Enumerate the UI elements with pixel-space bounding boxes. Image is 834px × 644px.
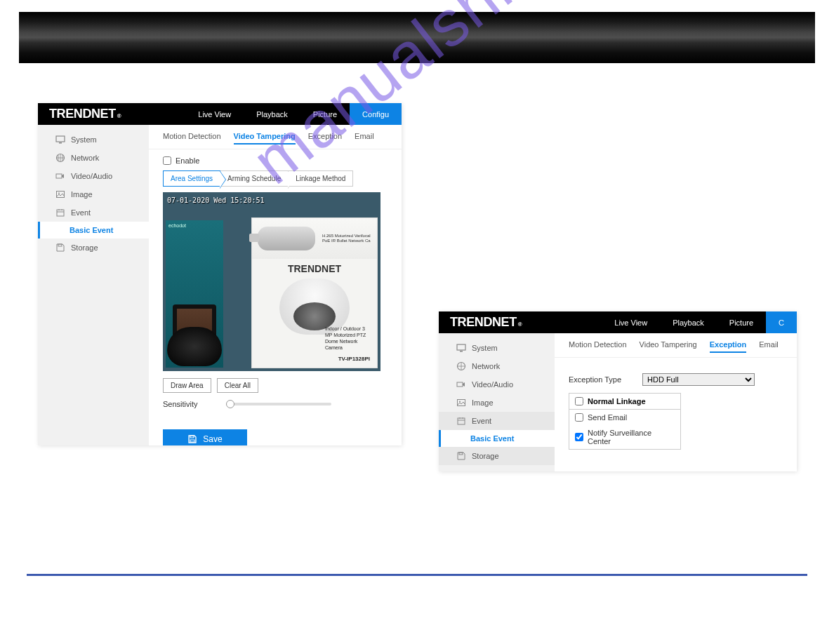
brand-regmark: ® <box>518 321 522 328</box>
sidebar-item-system[interactable]: System <box>439 339 555 357</box>
svg-rect-17 <box>459 452 463 455</box>
prop-teal-box: echodot <box>166 220 223 368</box>
sidebar-item-video-audio[interactable]: Video/Audio <box>439 375 555 394</box>
prop-box-brand: TRENDNET <box>252 259 377 276</box>
segment-tabs: Area Settings Arming Schedule Linkage Me… <box>163 170 388 187</box>
sidebar-item-system[interactable]: System <box>38 130 149 149</box>
linkage-row-send-email[interactable]: Send Email <box>569 410 680 425</box>
tab-motion-detection[interactable]: Motion Detection <box>569 340 627 353</box>
sidebar-label: Image <box>71 190 93 199</box>
sidebar-label: Storage <box>472 452 499 460</box>
tab-exception[interactable]: Exception <box>710 340 747 353</box>
screenshot-exception: TRENDNET ® Live View Playback Picture C … <box>439 311 797 471</box>
nav-live-view[interactable]: Live View <box>602 311 660 333</box>
tab-email[interactable]: Email <box>759 340 779 353</box>
prop-product-box: H.265 Motorized Varifocal PoE IR Bullet … <box>251 217 378 368</box>
top-nav: Live View Playback Picture C <box>602 311 797 333</box>
sub-tab-bar: Motion Detection Video Tampering Excepti… <box>149 125 402 149</box>
sidebar-item-image[interactable]: Image <box>38 185 149 203</box>
screenshot-video-tampering: TRENDNET ® Live View Playback Picture Co… <box>38 103 402 445</box>
draw-area-button[interactable]: Draw Area <box>163 378 211 393</box>
tab-video-tampering[interactable]: Video Tampering <box>234 132 296 145</box>
image-icon <box>55 189 65 199</box>
save-button[interactable]: Save <box>163 429 247 445</box>
send-email-checkbox[interactable] <box>575 413 583 422</box>
nav-configuration[interactable]: C <box>766 311 797 333</box>
brand-text: TRENDNET <box>49 107 116 121</box>
svg-rect-0 <box>56 136 65 142</box>
sidebar-item-storage[interactable]: Storage <box>38 239 149 257</box>
sidebar-item-network[interactable]: Network <box>38 149 149 167</box>
save-label: Save <box>203 434 222 444</box>
monitor-icon <box>55 135 65 145</box>
globe-icon <box>55 153 65 163</box>
prop-box-top-text: H.265 Motorized Varifocal PoE IR Bullet … <box>322 234 371 243</box>
nav-live-view[interactable]: Live View <box>185 103 244 125</box>
sidebar-label: Event <box>71 208 91 217</box>
sidebar-item-storage[interactable]: Storage <box>439 447 555 465</box>
sidebar-item-event[interactable]: Event <box>38 203 149 222</box>
brand-logo: TRENDNET ® <box>439 315 533 330</box>
svg-rect-10 <box>457 344 465 350</box>
sensitivity-slider-thumb[interactable] <box>226 400 234 408</box>
svg-rect-16 <box>458 418 465 424</box>
footer-divider <box>27 574 807 576</box>
clear-all-button[interactable]: Clear All <box>217 378 258 393</box>
svg-rect-1 <box>59 142 62 144</box>
linkage-table: Normal Linkage Send Email Notify Surveil… <box>569 393 681 450</box>
svg-point-15 <box>459 401 461 403</box>
top-nav: Live View Playback Picture Configu <box>185 103 402 125</box>
sensitivity-slider[interactable] <box>226 403 331 405</box>
tab-video-tampering[interactable]: Video Tampering <box>640 340 697 353</box>
calendar-icon <box>55 208 65 217</box>
linkage-row-notify[interactable]: Notify Surveillance Center <box>569 425 680 449</box>
prop-box-model: TV-IP1328PI <box>338 356 370 362</box>
brand-text: TRENDNET <box>450 315 517 330</box>
sidebar-label: System <box>472 344 498 352</box>
enable-label: Enable <box>176 156 199 165</box>
sidebar-item-basic-event[interactable]: Basic Event <box>439 430 555 447</box>
linkage-header-row[interactable]: Normal Linkage <box>569 394 680 410</box>
sub-tab-bar: Motion Detection Video Tampering Excepti… <box>555 333 797 358</box>
video-preview[interactable]: 07-01-2020 Wed 15:20:51 echodot H.265 Mo… <box>163 192 380 371</box>
sidebar-item-network[interactable]: Network <box>439 357 555 375</box>
seg-linkage-method[interactable]: Linkage Method <box>288 170 353 187</box>
svg-point-5 <box>58 193 60 194</box>
svg-rect-8 <box>190 436 194 438</box>
sidebar-label: Image <box>472 398 494 407</box>
svg-rect-13 <box>457 382 463 387</box>
seg-arming-schedule[interactable]: Arming Schedule <box>220 170 289 187</box>
exception-type-select[interactable]: HDD Full <box>642 373 755 386</box>
sidebar-item-video-audio[interactable]: Video/Audio <box>38 167 149 185</box>
nav-playback[interactable]: Playback <box>244 103 300 125</box>
nav-configuration[interactable]: Configu <box>350 103 402 125</box>
normal-linkage-checkbox[interactable] <box>575 397 583 405</box>
nav-picture[interactable]: Picture <box>300 103 350 125</box>
sidebar-label: System <box>71 135 97 144</box>
sidebar-label: Event <box>472 417 491 425</box>
svg-rect-3 <box>56 174 62 178</box>
notify-surveillance-label: Notify Surveillance Center <box>588 429 675 445</box>
notify-surveillance-checkbox[interactable] <box>575 433 583 441</box>
enable-checkbox[interactable] <box>163 156 171 165</box>
sidebar-label: Network <box>71 154 99 162</box>
svg-rect-11 <box>460 351 463 352</box>
tab-exception[interactable]: Exception <box>308 132 342 145</box>
calendar-icon <box>456 416 466 426</box>
save-icon <box>456 451 466 461</box>
nav-playback[interactable]: Playback <box>660 311 717 333</box>
sidebar-label: Storage <box>71 243 98 252</box>
video-audio-icon <box>55 171 65 181</box>
sidebar-item-image[interactable]: Image <box>439 394 555 412</box>
nav-picture[interactable]: Picture <box>717 311 766 333</box>
video-timestamp: 07-01-2020 Wed 15:20:51 <box>167 196 264 204</box>
sidebar-label: Video/Audio <box>71 172 112 180</box>
seg-area-settings[interactable]: Area Settings <box>163 170 220 187</box>
tab-motion-detection[interactable]: Motion Detection <box>163 132 221 145</box>
brand-logo: TRENDNET ® <box>38 107 132 121</box>
tab-email[interactable]: Email <box>355 132 374 145</box>
sidebar-item-basic-event[interactable]: Basic Event <box>38 222 149 239</box>
enable-checkbox-row[interactable]: Enable <box>163 156 388 165</box>
sidebar-item-event[interactable]: Event <box>439 412 555 430</box>
sidebar-label: Video/Audio <box>472 380 513 389</box>
